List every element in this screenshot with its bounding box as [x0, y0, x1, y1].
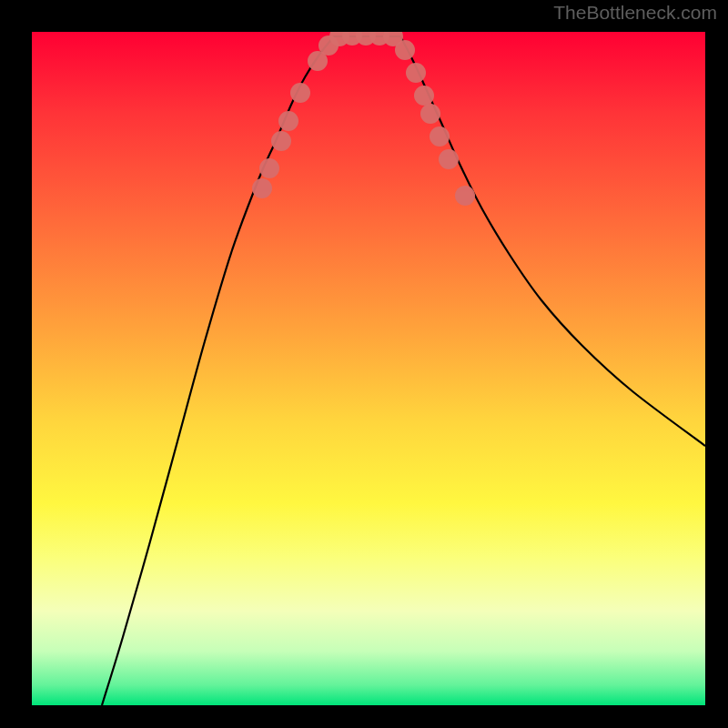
plot-area [32, 32, 705, 705]
data-dot [259, 158, 279, 178]
data-dot [406, 63, 426, 83]
data-dot [395, 40, 415, 60]
data-dot [252, 178, 272, 198]
data-dot [290, 83, 310, 103]
chart-outer: TheBottleneck.com [0, 0, 728, 728]
data-dot [455, 186, 475, 206]
curve-svg [32, 32, 705, 705]
data-dot [439, 149, 459, 169]
bottleneck-curve [102, 36, 705, 705]
data-dot [420, 104, 440, 124]
data-dot [430, 126, 450, 147]
data-dot [271, 131, 291, 151]
watermark-text: TheBottleneck.com [553, 2, 717, 24]
data-dots [252, 32, 475, 206]
data-dot [278, 111, 298, 131]
data-dot [414, 86, 434, 106]
